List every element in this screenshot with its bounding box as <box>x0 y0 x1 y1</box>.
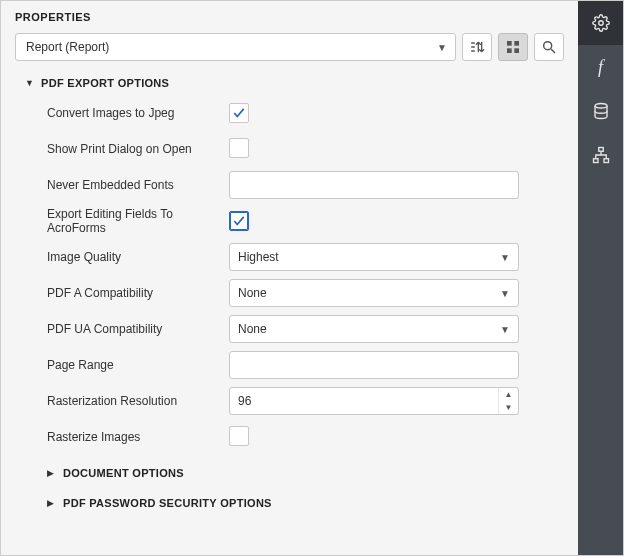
page-range-input[interactable] <box>229 351 519 379</box>
svg-rect-1 <box>514 41 519 46</box>
sort-button[interactable] <box>462 33 492 61</box>
search-icon <box>541 39 557 55</box>
svg-point-7 <box>595 104 607 109</box>
chevron-down-icon: ▼ <box>500 324 510 335</box>
panel-title: PROPERTIES <box>15 11 564 23</box>
tab-expressions[interactable]: f <box>578 45 623 89</box>
select-value: Highest <box>238 250 279 264</box>
svg-point-4 <box>544 42 552 50</box>
chevron-down-icon: ▼ <box>437 42 447 53</box>
spinner-down-button[interactable]: ▼ <box>499 401 518 414</box>
field-label: Show Print Dialog on Open <box>47 142 229 156</box>
chevron-right-icon: ▶ <box>47 468 57 478</box>
svg-rect-3 <box>514 48 519 53</box>
show-print-dialog-checkbox[interactable] <box>229 138 249 158</box>
chevron-down-icon: ▼ <box>500 288 510 299</box>
tab-report-explorer[interactable] <box>578 133 623 177</box>
svg-rect-8 <box>598 148 603 152</box>
svg-rect-0 <box>507 41 512 46</box>
pdf-ua-compat-select[interactable]: None ▼ <box>229 315 519 343</box>
row-never-embedded-fonts: Never Embedded Fonts <box>47 167 564 203</box>
section-pdf-export-body: Convert Images to Jpeg Show Print Dialog… <box>25 95 564 515</box>
section-title: PDF PASSWORD SECURITY OPTIONS <box>63 497 272 509</box>
row-page-range: Page Range <box>47 347 564 383</box>
select-value: None <box>238 286 267 300</box>
object-selector[interactable]: Report (Report) ▼ <box>15 33 456 61</box>
row-rasterization-resolution: Rasterization Resolution 96 ▲ ▼ <box>47 383 564 419</box>
main-panel: PROPERTIES Report (Report) ▼ ▼ PDF EXPOR… <box>1 1 578 555</box>
section-document-options-header[interactable]: ▶ DOCUMENT OPTIONS <box>47 461 564 485</box>
app-root: PROPERTIES Report (Report) ▼ ▼ PDF EXPOR… <box>0 0 624 556</box>
section-pdf-export-header[interactable]: ▼ PDF EXPORT OPTIONS <box>25 71 564 95</box>
object-selector-value: Report (Report) <box>26 40 109 54</box>
field-label: PDF A Compatibility <box>47 286 229 300</box>
select-value: None <box>238 322 267 336</box>
field-label: Page Range <box>47 358 229 372</box>
row-show-print-dialog: Show Print Dialog on Open <box>47 131 564 167</box>
svg-point-6 <box>598 21 603 26</box>
section-title: PDF EXPORT OPTIONS <box>41 77 169 89</box>
spinner-arrows: ▲ ▼ <box>498 388 518 414</box>
row-pdf-a-compat: PDF A Compatibility None ▼ <box>47 275 564 311</box>
field-label: Rasterization Resolution <box>47 394 229 408</box>
tab-data[interactable] <box>578 89 623 133</box>
image-quality-select[interactable]: Highest ▼ <box>229 243 519 271</box>
export-editing-fields-checkbox[interactable] <box>229 211 249 231</box>
section-title: DOCUMENT OPTIONS <box>63 467 184 479</box>
field-label: Convert Images to Jpeg <box>47 106 229 120</box>
spinner-up-button[interactable]: ▲ <box>499 388 518 401</box>
field-label: PDF UA Compatibility <box>47 322 229 336</box>
rasterization-resolution-spinner[interactable]: 96 ▲ ▼ <box>229 387 519 415</box>
field-label: Export Editing Fields To AcroForms <box>47 207 229 235</box>
tab-properties[interactable] <box>578 1 623 45</box>
grid-icon <box>505 39 521 55</box>
svg-rect-10 <box>604 159 609 163</box>
svg-rect-9 <box>593 159 598 163</box>
right-sidebar: f <box>578 1 623 555</box>
tree-icon <box>592 146 610 164</box>
function-icon: f <box>598 57 603 78</box>
field-label: Image Quality <box>47 250 229 264</box>
rasterize-images-checkbox[interactable] <box>229 426 249 446</box>
field-label: Rasterize Images <box>47 430 229 444</box>
svg-line-5 <box>551 49 555 53</box>
convert-images-checkbox[interactable] <box>229 103 249 123</box>
row-rasterize-images: Rasterize Images <box>47 419 564 455</box>
svg-rect-2 <box>507 48 512 53</box>
check-icon <box>232 106 246 120</box>
gear-icon <box>592 14 610 32</box>
chevron-down-icon: ▼ <box>500 252 510 263</box>
row-pdf-ua-compat: PDF UA Compatibility None ▼ <box>47 311 564 347</box>
chevron-right-icon: ▶ <box>47 498 57 508</box>
sort-icon <box>469 39 485 55</box>
section-pdf-password-security-header[interactable]: ▶ PDF PASSWORD SECURITY OPTIONS <box>47 491 564 515</box>
never-embedded-fonts-input[interactable] <box>229 171 519 199</box>
spinner-value: 96 <box>230 394 498 408</box>
pdf-a-compat-select[interactable]: None ▼ <box>229 279 519 307</box>
categorize-button[interactable] <box>498 33 528 61</box>
search-button[interactable] <box>534 33 564 61</box>
row-export-editing-fields: Export Editing Fields To AcroForms <box>47 203 564 239</box>
field-label: Never Embedded Fonts <box>47 178 229 192</box>
chevron-down-icon: ▼ <box>25 78 35 88</box>
properties-body: ▼ PDF EXPORT OPTIONS Convert Images to J… <box>1 71 578 555</box>
panel-header: PROPERTIES <box>1 1 578 33</box>
row-image-quality: Image Quality Highest ▼ <box>47 239 564 275</box>
row-convert-images-to-jpeg: Convert Images to Jpeg <box>47 95 564 131</box>
database-icon <box>592 102 610 120</box>
toolbar: Report (Report) ▼ <box>1 33 578 71</box>
check-icon <box>232 214 246 228</box>
